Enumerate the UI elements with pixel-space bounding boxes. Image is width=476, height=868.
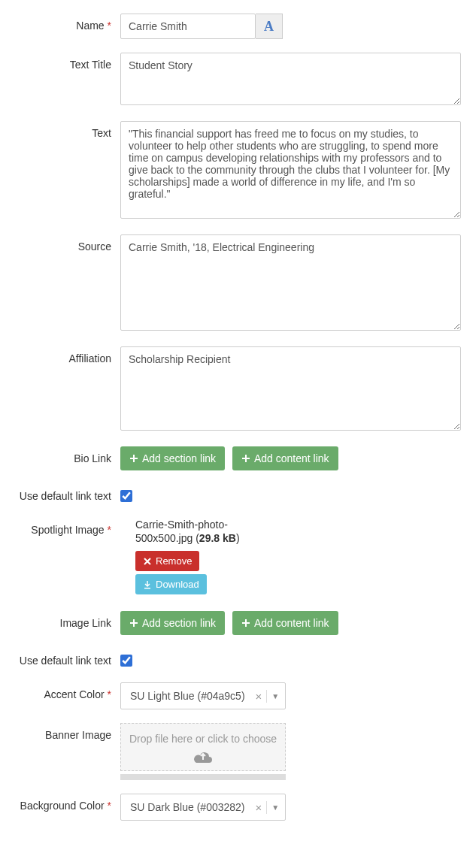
text-label: Text — [0, 121, 120, 221]
plus-icon — [241, 454, 250, 463]
svg-rect-6 — [130, 622, 138, 624]
remove-button[interactable]: Remove — [135, 551, 199, 571]
chevron-down-icon: ▼ — [271, 803, 279, 812]
affiliation-input[interactable] — [120, 346, 461, 431]
source-label: Source — [0, 234, 120, 333]
spotlight-file-info: Carrie-Smith-photo-500x500.jpg (29.8 kB) — [135, 518, 271, 545]
use-default-link-text-bio-label: Use default link text — [0, 484, 120, 504]
text-title-label: Text Title — [0, 53, 120, 107]
download-button[interactable]: Download — [135, 574, 207, 594]
download-icon — [143, 580, 152, 589]
chevron-down-icon: ▼ — [271, 692, 279, 700]
svg-rect-1 — [130, 458, 138, 459]
x-icon — [143, 557, 152, 566]
image-add-content-link-button[interactable]: Add content link — [232, 611, 338, 635]
name-label: Name * — [0, 14, 120, 39]
bio-add-section-link-button[interactable]: Add section link — [120, 446, 225, 470]
clear-icon[interactable]: × — [251, 690, 268, 703]
font-icon[interactable]: A — [256, 14, 283, 39]
banner-dropzone[interactable]: Drop file here or click to choose — [120, 723, 286, 771]
bio-link-label: Bio Link — [0, 446, 120, 470]
svg-rect-8 — [242, 622, 250, 624]
image-link-label: Image Link — [0, 611, 120, 635]
svg-rect-3 — [242, 458, 250, 459]
background-color-select[interactable]: SU Dark Blue (#003282) × ▼ — [120, 794, 286, 821]
spotlight-image-label: Spotlight Image * — [0, 518, 120, 597]
text-input[interactable] — [120, 121, 461, 219]
text-title-input[interactable] — [120, 53, 461, 105]
use-default-link-text-bio-checkbox[interactable] — [120, 490, 132, 502]
source-input[interactable] — [120, 234, 461, 331]
svg-rect-4 — [144, 588, 150, 589]
affiliation-label: Affiliation — [0, 346, 120, 433]
accent-color-label: Accent Color * — [0, 682, 120, 709]
dropzone-progress — [120, 774, 286, 780]
banner-image-label: Banner Image — [0, 723, 120, 780]
clear-icon[interactable]: × — [251, 801, 268, 814]
use-default-link-text-image-checkbox[interactable] — [120, 655, 132, 667]
accent-color-select[interactable]: SU Light Blue (#04a9c5) × ▼ — [120, 682, 286, 709]
image-add-section-link-button[interactable]: Add section link — [120, 611, 225, 635]
background-color-label: Background Color * — [0, 794, 120, 821]
bio-add-content-link-button[interactable]: Add content link — [232, 446, 338, 470]
plus-icon — [241, 618, 250, 628]
name-input[interactable] — [120, 14, 256, 39]
plus-icon — [129, 618, 138, 628]
plus-icon — [129, 454, 138, 463]
cloud-upload-icon — [129, 749, 277, 764]
dropzone-text: Drop file here or click to choose — [129, 733, 277, 745]
use-default-link-text-image-label: Use default link text — [0, 649, 120, 669]
